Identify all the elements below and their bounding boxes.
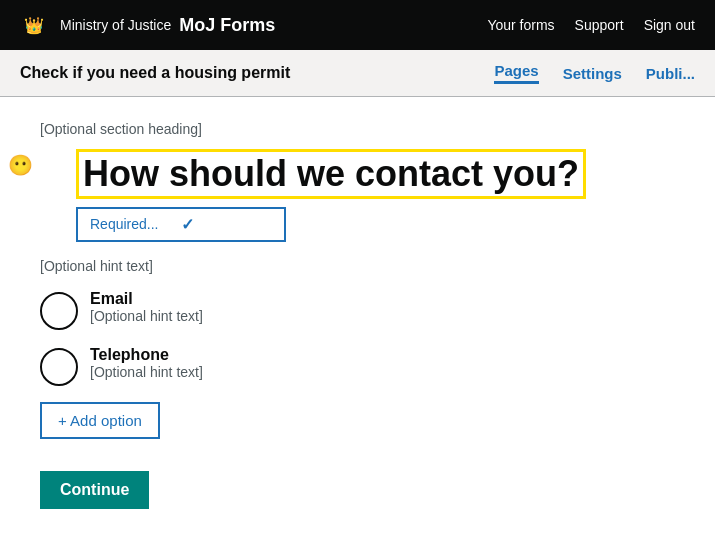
support-link[interactable]: Support [575, 17, 624, 33]
moj-logo-icon: 👑 [20, 9, 52, 41]
radio-hint-telephone: [Optional hint text] [90, 364, 203, 380]
required-label: Required... [90, 216, 181, 232]
your-forms-link[interactable]: Your forms [487, 17, 554, 33]
main-header: 👑 Ministry of Justice MoJ Forms Your for… [0, 0, 715, 50]
header-brand: 👑 Ministry of Justice MoJ Forms [20, 9, 275, 41]
main-hint-text: [Optional hint text] [40, 258, 675, 274]
radio-label-telephone: Telephone [90, 346, 203, 364]
question-title-wrapper[interactable]: How should we contact you? [76, 149, 586, 199]
radio-option-telephone: Telephone [Optional hint text] [40, 346, 675, 386]
radio-circle-email[interactable] [40, 292, 78, 330]
sub-header-nav: Pages Settings Publi... [494, 62, 695, 84]
org-name: Ministry of Justice [60, 17, 171, 33]
required-dropdown[interactable]: Required... ✓ [76, 207, 286, 242]
publish-tab[interactable]: Publi... [646, 65, 695, 82]
header-nav: Your forms Support Sign out [487, 17, 695, 33]
check-icon: ✓ [181, 215, 272, 234]
settings-tab[interactable]: Settings [563, 65, 622, 82]
radio-label-email: Email [90, 290, 203, 308]
emoji-icon: 😶 [8, 153, 33, 177]
radio-options: Email [Optional hint text] Telephone [Op… [40, 290, 675, 386]
sign-out-link[interactable]: Sign out [644, 17, 695, 33]
app-name: MoJ Forms [179, 15, 275, 36]
add-option-button[interactable]: + Add option [40, 402, 160, 439]
radio-circle-telephone[interactable] [40, 348, 78, 386]
radio-text-email: Email [Optional hint text] [90, 290, 203, 324]
question-block: 😶 How should we contact you? Required...… [40, 149, 675, 242]
question-title: How should we contact you? [83, 153, 579, 194]
radio-text-telephone: Telephone [Optional hint text] [90, 346, 203, 380]
main-content: [Optional section heading] 😶 How should … [0, 97, 715, 533]
section-heading: [Optional section heading] [40, 121, 675, 137]
radio-hint-email: [Optional hint text] [90, 308, 203, 324]
sub-header: Check if you need a housing permit Pages… [0, 50, 715, 97]
pages-tab[interactable]: Pages [494, 62, 538, 84]
radio-option-email: Email [Optional hint text] [40, 290, 675, 330]
svg-text:👑: 👑 [24, 16, 44, 35]
continue-button[interactable]: Continue [40, 471, 149, 509]
form-title: Check if you need a housing permit [20, 64, 290, 82]
